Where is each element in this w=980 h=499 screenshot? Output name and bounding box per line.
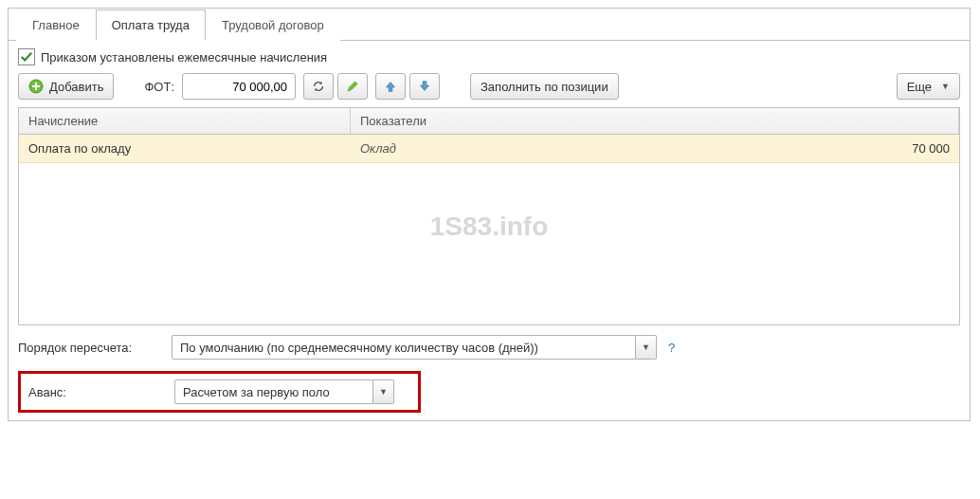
fill-by-position-label: Заполнить по позиции xyxy=(481,80,608,94)
watermark: 1S83.info xyxy=(430,212,548,242)
add-button[interactable]: Добавить xyxy=(18,73,114,100)
pencil-icon xyxy=(346,80,359,93)
fot-input[interactable] xyxy=(182,73,296,100)
recalc-dropdown[interactable]: ▼ xyxy=(636,335,657,360)
move-down-button[interactable] xyxy=(409,73,440,100)
chevron-down-icon: ▼ xyxy=(379,387,388,397)
more-button-label: Еще xyxy=(907,80,932,94)
column-accrual[interactable]: Начисление xyxy=(19,108,351,134)
window-frame: Главное Оплата труда Трудовой договор Пр… xyxy=(8,8,971,421)
monthly-accrual-row: Приказом установлены ежемесячные начисле… xyxy=(18,48,960,65)
monthly-accrual-checkbox[interactable] xyxy=(18,48,35,65)
advance-label: Аванс: xyxy=(21,385,171,399)
recalc-value: По умолчанию (по среднемесячному количес… xyxy=(172,335,636,360)
chevron-down-icon: ▼ xyxy=(642,342,650,352)
recalc-select[interactable]: По умолчанию (по среднемесячному количес… xyxy=(172,335,657,360)
advance-highlight: Аванс: Расчетом за первую поло ▼ xyxy=(18,371,421,413)
plus-icon xyxy=(28,79,44,94)
tab-pay[interactable]: Оплата труда xyxy=(96,9,206,41)
recalc-label: Порядок пересчета: xyxy=(18,341,168,355)
column-indicators[interactable]: Показатели xyxy=(351,108,959,134)
refresh-button[interactable] xyxy=(303,73,334,100)
advance-dropdown[interactable]: ▼ xyxy=(373,379,394,404)
advance-value: Расчетом за первую поло xyxy=(174,379,373,404)
cell-indicator: Оклад xyxy=(351,135,864,162)
tab-bar: Главное Оплата труда Трудовой договор xyxy=(9,9,970,41)
tab-main[interactable]: Главное xyxy=(16,9,96,41)
refresh-icon xyxy=(312,80,325,93)
advance-select[interactable]: Расчетом за первую поло ▼ xyxy=(174,379,394,404)
recalc-row: Порядок пересчета: По умолчанию (по сред… xyxy=(18,335,960,360)
arrow-up-icon xyxy=(384,80,397,93)
more-button[interactable]: Еще ▼ xyxy=(897,73,960,100)
advance-row: Аванс: Расчетом за первую поло ▼ xyxy=(21,379,410,404)
move-up-button[interactable] xyxy=(375,73,406,100)
fill-by-position-button[interactable]: Заполнить по позиции xyxy=(470,73,619,100)
help-link[interactable]: ? xyxy=(668,341,675,355)
accrual-table: Начисление Показатели Оплата по окладу О… xyxy=(18,107,960,325)
cell-value: 70 000 xyxy=(864,135,959,162)
edit-button[interactable] xyxy=(337,73,368,100)
arrow-down-icon xyxy=(418,80,431,93)
tab-contract[interactable]: Трудовой договор xyxy=(206,9,340,41)
add-button-label: Добавить xyxy=(49,80,103,94)
table-header: Начисление Показатели xyxy=(19,108,959,135)
fot-label: ФОТ: xyxy=(144,80,174,94)
tab-content: Приказом установлены ежемесячные начисле… xyxy=(9,41,970,420)
toolbar: Добавить ФОТ: xyxy=(18,73,960,100)
monthly-accrual-label: Приказом установлены ежемесячные начисле… xyxy=(41,50,327,65)
cell-accrual-name: Оплата по окладу xyxy=(19,135,351,162)
edit-button-group xyxy=(303,73,368,100)
move-button-group xyxy=(375,73,440,100)
check-icon xyxy=(20,50,33,64)
chevron-down-icon: ▼ xyxy=(941,82,950,91)
table-row[interactable]: Оплата по окладу Оклад 70 000 xyxy=(19,135,959,163)
